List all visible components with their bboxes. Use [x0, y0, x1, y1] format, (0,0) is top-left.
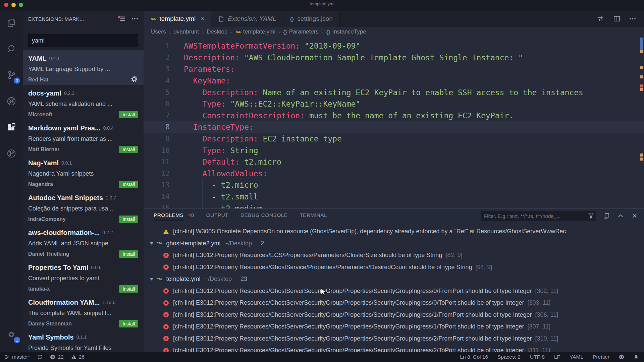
status-formatter[interactable]: Prettier [593, 354, 609, 360]
panel-tab-terminal[interactable]: TERMINAL [300, 210, 327, 222]
breadcrumb-item[interactable]: Users [151, 28, 166, 35]
status-sync[interactable] [37, 354, 43, 360]
tab-settings-json[interactable]: {}settings.json [283, 11, 340, 27]
extension-list-item[interactable]: Cloudformation YAM...1.13.0The complete … [23, 294, 144, 329]
status-warnings[interactable]: 26 [71, 354, 85, 360]
token [184, 192, 212, 201]
tab-extension-yaml[interactable]: Extension: YAML [211, 11, 283, 27]
problem-row[interactable]: [cfn-lint] W3005:Obsolete DependsOn on r… [144, 226, 644, 238]
extension-list-item[interactable]: aws-cloudformation-...0.2.2Adds YAML and… [23, 225, 144, 259]
warning-status-icon [71, 354, 76, 360]
status-notifications[interactable] [634, 355, 639, 360]
extension-list-item[interactable]: Markdown yaml Prea...0.0.4Renders yaml f… [23, 120, 144, 155]
activity-item-extensions[interactable] [2, 118, 21, 137]
install-button[interactable]: Install [119, 250, 138, 258]
open-changes-icon[interactable] [597, 15, 604, 22]
problem-row[interactable]: [cfn-lint] E3012:Property Resources/Ghos… [144, 321, 644, 333]
tab-template-yml[interactable]: YMLtemplate.yml× [144, 11, 211, 27]
code-line[interactable]: 1AWSTemplateFormatVersion: "2010-09-09" [144, 40, 644, 52]
code-line[interactable]: 15 - t2.medium [144, 202, 644, 208]
problem-row[interactable]: [cfn-lint] E3012:Property Resources/Ghos… [144, 285, 644, 297]
extension-list-item[interactable]: docs-yaml0.2.3YAML schema validation and… [23, 85, 144, 120]
breadcrumb-item[interactable]: {}InstanceType [326, 28, 366, 35]
problem-file-group[interactable]: YMLtemplate.yml~/Desktop23 [144, 273, 644, 285]
twisty-expanded-icon[interactable] [150, 242, 154, 245]
code-line[interactable]: 13 - t2.micro [144, 179, 644, 191]
install-button[interactable]: Install [119, 111, 138, 118]
overview-ruler[interactable] [639, 37, 644, 208]
panel-tab-debug-console[interactable]: DEBUG CONSOLE [240, 210, 287, 222]
token [184, 76, 193, 85]
code-line[interactable]: 12 AllowedValues: [144, 168, 644, 180]
activity-item-search[interactable] [2, 40, 21, 58]
code-line[interactable]: 6 Type: "AWS::EC2::KeyPair::KeyName" [144, 98, 644, 110]
code-line[interactable]: 10 Type: String [144, 144, 644, 156]
extension-list-item[interactable]: Properties To Yaml0.0.6Convert propertie… [23, 259, 144, 294]
line-number: 5 [144, 88, 170, 97]
maximize-panel-icon[interactable] [617, 213, 624, 219]
breadcrumb-item[interactable]: YMLtemplate.yml [235, 28, 275, 35]
panel-tab-problems[interactable]: PROBLEMS48 [154, 210, 194, 222]
code-line[interactable]: 8 InstanceType: [144, 121, 644, 133]
clear-search-results-icon[interactable] [117, 15, 125, 22]
code-line[interactable]: 5 Description: Name of an existing EC2 K… [144, 86, 644, 98]
problem-row[interactable]: [cfn-lint] E3012:Property Resources/Ghos… [144, 345, 644, 352]
status-errors[interactable]: 22 [50, 354, 63, 360]
extension-list-item[interactable]: YAML0.4.1YAML Language Support by ...Red… [23, 50, 144, 85]
problem-row[interactable]: [cfn-lint] E3012:Property Resources/Ghos… [144, 297, 644, 309]
problems-filter-input[interactable] [484, 213, 588, 219]
install-button[interactable]: Install [119, 181, 138, 188]
close-panel-icon[interactable] [631, 213, 638, 219]
activity-item-debug[interactable] [2, 92, 21, 111]
code-line[interactable]: 7 ConstraintDescription: must be the nam… [144, 110, 644, 122]
status-branch[interactable]: master* [5, 354, 30, 360]
close-icon[interactable]: × [201, 15, 204, 22]
problem-row[interactable]: [cfn-lint] E3012:Property Resources/Ghos… [144, 309, 644, 321]
install-button[interactable]: Install [119, 216, 138, 223]
filter-icon[interactable] [588, 213, 594, 219]
line-text: Default: t2.micro [170, 158, 281, 166]
status-language[interactable]: YAML [570, 354, 583, 360]
extension-search-input[interactable] [28, 34, 138, 47]
code-line[interactable]: 9 Description: EC2 instance type [144, 133, 644, 145]
extension-list-item[interactable]: Autodoc Yaml Snippets1.0.7Coleção de sni… [23, 190, 144, 225]
code-line[interactable]: 14 - t2.small [144, 191, 644, 203]
breadcrumb-item[interactable]: {}Parameters [283, 28, 319, 35]
problem-file-group[interactable]: YMLghost-template2.yml~/Desktop2 [144, 238, 644, 250]
extension-list-item[interactable]: Nag-Yaml0.0.1Nagendra Yaml snippetsNagen… [23, 155, 144, 190]
extension-list-item[interactable]: Yaml Symbols0.1.1Provide Symbols for Yam… [23, 329, 144, 352]
code-line[interactable]: 4 KeyName: [144, 75, 644, 87]
breadcrumb-item[interactable]: dvanbrunt [173, 28, 199, 35]
install-button[interactable]: Install [119, 285, 138, 293]
code-line[interactable]: 11 Default: t2.micro [144, 156, 644, 168]
activity-item-source-control[interactable]: 3 [2, 66, 21, 84]
problem-row[interactable]: [cfn-lint] E3012:Property Resources/Ghos… [144, 261, 644, 274]
open-in-editor-icon[interactable] [603, 213, 610, 219]
activity-item-gitlens[interactable] [2, 144, 21, 163]
extension-name: Properties To Yaml [28, 264, 88, 272]
extension-description: Provide Symbols for Yaml Files [28, 345, 111, 352]
tab-label: template.yml [160, 15, 196, 22]
more-actions-icon[interactable] [131, 17, 138, 20]
more-actions-icon[interactable] [629, 17, 636, 20]
code-line[interactable]: 2Description: "AWS CloudFormation Sample… [144, 52, 644, 64]
status-indentation[interactable]: Spaces: 2 [497, 354, 521, 360]
breadcrumb-item[interactable]: Desktop [207, 28, 227, 35]
status-cursor-position[interactable]: Ln 8, Col 16 [460, 354, 488, 360]
gear-icon[interactable] [130, 75, 138, 83]
install-button[interactable]: Install [119, 146, 138, 153]
install-button[interactable]: Install [119, 320, 138, 327]
activity-item-explorer[interactable] [2, 13, 21, 32]
problem-row[interactable]: [cfn-lint] E3012:Property Resources/ECS/… [144, 249, 644, 261]
activity-item-manage[interactable]: 1 [2, 325, 21, 344]
split-editor-icon[interactable] [613, 15, 621, 22]
status-eol[interactable]: LF [554, 354, 560, 360]
twisty-expanded-icon[interactable] [150, 278, 154, 281]
status-feedback[interactable] [619, 354, 624, 360]
status-encoding[interactable]: UTF-8 [530, 354, 545, 360]
problem-row[interactable]: [cfn-lint] E3012:Property Resources/Ghos… [144, 333, 644, 345]
code-editor[interactable]: 1AWSTemplateFormatVersion: "2010-09-09"2… [144, 37, 644, 208]
code-line[interactable]: 3Parameters: [144, 63, 644, 75]
extension-description-row: The complete YAML snippet l... [28, 308, 138, 318]
panel-tab-output[interactable]: OUTPUT [206, 210, 228, 222]
